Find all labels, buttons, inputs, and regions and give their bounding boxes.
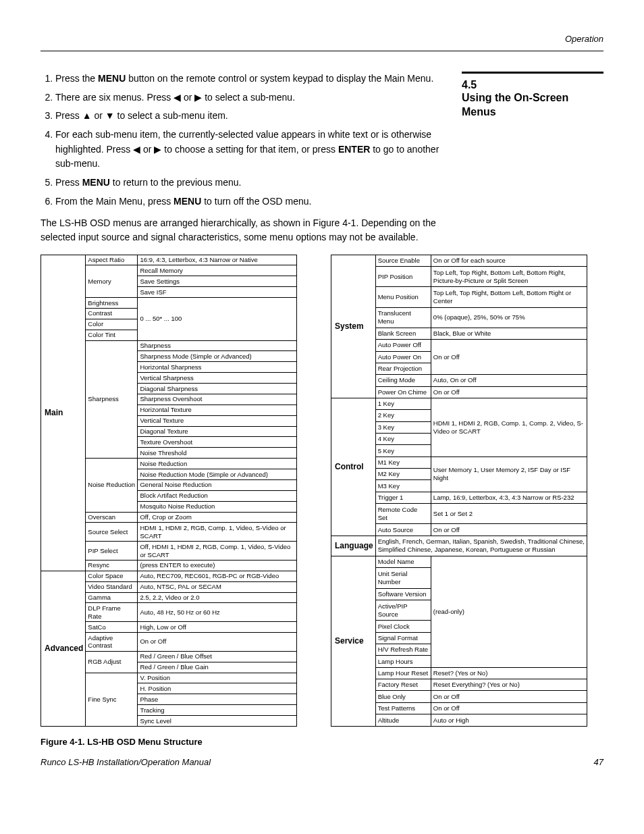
cat-control: Control bbox=[331, 398, 376, 536]
cat-system: System bbox=[331, 255, 376, 398]
header-divider bbox=[41, 51, 603, 51]
header-corner: Operation bbox=[41, 34, 603, 44]
step-4: For each sub-menu item, the currently-se… bbox=[55, 128, 441, 172]
left-menu-table: Main Aspect Ratio 16:9, 4:3, Letterbox, … bbox=[41, 255, 297, 727]
cat-main: Main bbox=[41, 255, 86, 571]
description-paragraph: The LS-HB OSD menus are arranged hierarc… bbox=[41, 216, 441, 244]
footer-title: Runco LS-HB Installation/Operation Manua… bbox=[41, 757, 211, 767]
section-title: Using the On-Screen Menus bbox=[462, 91, 603, 120]
section-heading-block: 4.5 Using the On-Screen Menus bbox=[462, 72, 603, 255]
step-1: Press the MENU button on the remote cont… bbox=[55, 72, 441, 86]
steps-list: Press the MENU button on the remote cont… bbox=[41, 72, 441, 209]
step-2: There are six menus. Press ◀ or ▶ to sel… bbox=[55, 90, 441, 105]
step-5: Press MENU to return to the previous men… bbox=[55, 176, 441, 190]
cat-service: Service bbox=[331, 556, 376, 726]
step-3: Press ▲ or ▼ to select a sub-menu item. bbox=[55, 109, 441, 124]
cat-advanced: Advanced bbox=[41, 571, 86, 726]
step-6: From the Main Menu, press MENU to turn o… bbox=[55, 194, 441, 209]
instructions-column: Press the MENU button on the remote cont… bbox=[41, 72, 441, 255]
right-menu-table: System Source EnableOn or Off for each s… bbox=[331, 255, 587, 727]
figure-caption: Figure 4-1. LS-HB OSD Menu Structure bbox=[41, 737, 603, 747]
cat-language: Language bbox=[331, 536, 376, 556]
footer-page-number: 47 bbox=[594, 757, 603, 767]
section-number: 4.5 bbox=[462, 79, 603, 91]
